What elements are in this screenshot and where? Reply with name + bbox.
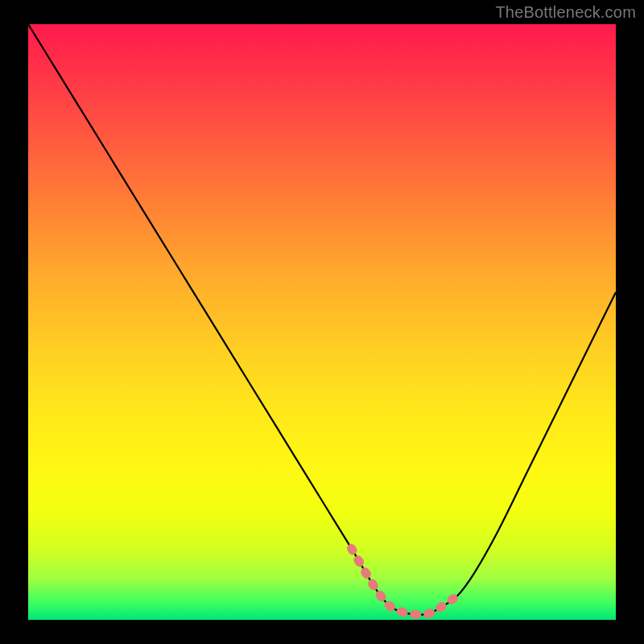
optimal-range-highlight (352, 548, 457, 614)
chart-plot-area (28, 24, 616, 620)
bottleneck-curve-line (28, 24, 616, 615)
attribution-text: TheBottleneck.com (495, 3, 636, 22)
chart-svg (28, 24, 616, 620)
